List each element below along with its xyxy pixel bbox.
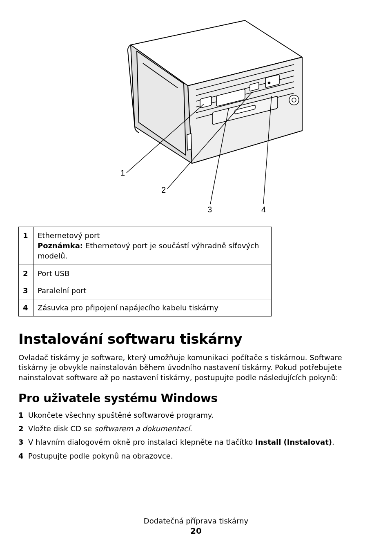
section-heading-windows: Pro uživatele systému Windows [18,392,374,405]
port-desc: Ethernetový port Poznámka: Ethernetový p… [33,227,272,265]
port-num: 3 [19,282,33,299]
table-row: 1 Ethernetový port Poznámka: Ethernetový… [19,227,272,265]
steps-list: 1 Ukončete všechny spuštěné softwarové p… [18,410,374,461]
section-paragraph: Ovladač tiskárny je software, který umož… [18,353,374,383]
footer-title: Dodatečná příprava tiskárny [0,517,392,525]
note-label: Poznámka: [38,241,83,250]
table-row: 4 Zásuvka pro připojení napájecího kabel… [19,299,272,316]
step-item: 2 Vložte disk CD se softwarem a dokument… [18,423,374,434]
step-number: 4 [18,451,28,461]
callout-3: 3 [207,205,212,214]
page-footer: Dodatečná příprava tiskárny 20 [0,517,392,536]
port-desc: Port USB [33,265,272,282]
step-item: 3 V hlavním dialogovém okně pro instalac… [18,437,374,447]
step-text: Postupujte podle pokynů na obrazovce. [28,451,374,461]
port-num: 2 [19,265,33,282]
step-text: V hlavním dialogovém okně pro instalaci … [28,437,374,447]
section-heading-install: Instalování softwaru tiskárny [18,331,374,347]
step-number: 2 [18,423,28,434]
port-num: 4 [19,299,33,316]
table-row: 3 Paralelní port [19,282,272,299]
port-reference-table: 1 Ethernetový port Poznámka: Ethernetový… [18,227,272,316]
callout-2: 2 [161,185,166,194]
step-item: 4 Postupujte podle pokynů na obrazovce. [18,451,374,461]
port-num: 1 [19,227,33,265]
callout-1: 1 [120,168,125,177]
svg-point-6 [289,95,299,105]
port-desc: Zásuvka pro připojení napájecího kabelu … [33,299,272,316]
step-text: Ukončete všechny spuštěné softwarové pro… [28,410,374,420]
step-text: Vložte disk CD se softwarem a dokumentac… [28,423,374,434]
step-number: 1 [18,410,28,420]
table-row: 2 Port USB [19,265,272,282]
callout-4: 4 [261,205,266,214]
page-number: 20 [0,526,392,536]
port-desc: Paralelní port [33,282,272,299]
svg-point-12 [268,82,270,84]
step-number: 3 [18,437,28,447]
printer-rear-diagram: 1 2 3 4 [74,12,318,216]
step-item: 1 Ukončete všechny spuštěné softwarové p… [18,410,374,420]
